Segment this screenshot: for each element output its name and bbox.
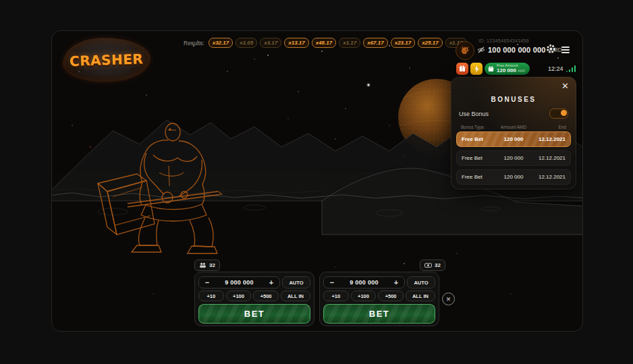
bonus-row[interactable]: Free Bet 120 000 12.12.2021 — [456, 169, 571, 185]
column-bonus-type: Bonus Type — [461, 125, 496, 129]
bonus-type: Free Bet — [462, 155, 496, 161]
result-badge: x1.05 — [236, 38, 257, 48]
bet-panel-1: − 9 000 000 + AUTO +10 +100 +500 ALL IN … — [194, 272, 314, 326]
free-amount-currency: AMD — [518, 69, 525, 73]
eye-off-icon[interactable] — [477, 47, 485, 53]
bonus-end: 12.12.2021 — [531, 174, 566, 180]
hamburger-icon — [561, 47, 570, 53]
quick-add-10-button[interactable]: +10 — [323, 291, 349, 301]
close-icon[interactable]: ✕ — [561, 82, 569, 90]
account-id: ID: 123454854343456 — [478, 38, 529, 43]
bet-amount-value[interactable]: 9 000 000 — [211, 279, 268, 286]
logo-text: CRASHER — [70, 51, 144, 69]
remove-panel-button[interactable]: ✕ — [442, 293, 455, 305]
bet-button[interactable]: BET — [198, 304, 310, 324]
bonuses-title: BONUSES — [451, 96, 576, 103]
result-badge: x67.17 — [363, 38, 387, 48]
gear-icon — [546, 44, 556, 54]
quick-add-10-button[interactable]: +10 — [198, 291, 224, 301]
all-in-button[interactable]: ALL IN — [281, 291, 310, 301]
settings-button[interactable] — [546, 44, 556, 54]
quick-add-100-button[interactable]: +100 — [351, 291, 377, 301]
result-badge: x13.17 — [284, 38, 308, 48]
bonus-amount: 120 000 — [496, 155, 530, 161]
all-in-button[interactable]: ALL IN — [406, 291, 435, 301]
bonus-type: Free Bet — [462, 136, 496, 142]
auto-button[interactable]: AUTO — [407, 276, 435, 289]
bonus-type: Free Bet — [462, 174, 496, 180]
result-badge: x1.17 — [339, 38, 360, 48]
avatar[interactable] — [456, 41, 474, 60]
balance-value: 100 000 000 000 — [488, 46, 546, 54]
bet-button[interactable]: BET — [323, 304, 435, 324]
players-icon — [199, 262, 207, 268]
bonus-row-selected[interactable]: Free Bet 120 000 12.12.2021 — [456, 131, 571, 147]
results-label: Results: — [184, 40, 204, 47]
gift-bonus-badge[interactable] — [456, 63, 468, 75]
amount-stepper: − 9 000 000 + — [323, 276, 405, 289]
free-amount-text: Free Amount 120 000 AMD — [497, 64, 525, 74]
increase-button[interactable]: + — [393, 279, 400, 286]
bonus-amount: 120 000 — [496, 174, 530, 180]
bet-amount-value[interactable]: 9 000 000 — [335, 279, 393, 286]
free-amount-value: 120 000 — [497, 68, 516, 73]
use-bonus-label: Use Bonus — [459, 111, 489, 117]
bonuses-panel: ✕ BONUSES Use Bonus Bonus Type Amount AM… — [451, 77, 576, 189]
bonus-table-header: Bonus Type Amount AMD End — [461, 125, 566, 129]
bonus-row[interactable]: Free Bet 120 000 12.12.2021 — [456, 150, 571, 166]
menu-button[interactable] — [561, 46, 570, 54]
quick-add-500-button[interactable]: +500 — [378, 291, 404, 301]
increase-button[interactable]: + — [268, 279, 275, 286]
lightning-icon — [474, 65, 480, 73]
free-amount-badge[interactable]: Free Amount 120 000 AMD — [485, 63, 530, 75]
bet-panel-2: − 9 000 000 + AUTO +10 +100 +500 ALL IN … — [319, 272, 439, 326]
players-count: 32 — [209, 262, 215, 268]
boost-badge[interactable] — [470, 63, 483, 75]
players-count-pill: 32 — [194, 260, 220, 271]
auto-button[interactable]: AUTO — [282, 276, 310, 289]
decrease-button[interactable]: − — [204, 279, 211, 286]
bonus-table: Free Bet 120 000 12.12.2021 Free Bet 120… — [456, 131, 571, 188]
money-icon — [424, 262, 432, 268]
connection-signal-icon — [566, 65, 576, 72]
quick-add-500-button[interactable]: +500 — [253, 291, 279, 301]
result-badge: x25.17 — [418, 38, 442, 48]
result-badge: x3.17 — [260, 38, 281, 48]
bonus-amount: 120 000 — [496, 136, 530, 142]
decrease-button[interactable]: − — [329, 279, 335, 286]
crasher-logo: CRASHER — [63, 38, 150, 82]
bonus-end: 12.12.2021 — [531, 136, 566, 142]
quick-add-100-button[interactable]: +100 — [226, 291, 252, 301]
column-end: End — [531, 125, 566, 129]
bonus-end: 12.12.2021 — [531, 155, 566, 161]
use-bonus-row: Use Bonus — [459, 109, 568, 119]
amount-stepper: − 9 000 000 + — [198, 276, 280, 289]
result-badge: x48.17 — [312, 38, 336, 48]
avatar-face-icon — [460, 45, 470, 56]
result-badge: x23.17 — [391, 38, 415, 48]
bets-count: 32 — [435, 262, 441, 268]
clock: 12:24 — [548, 65, 563, 72]
toggle-knob — [561, 110, 567, 116]
use-bonus-toggle[interactable] — [549, 109, 568, 119]
game-window: CRASHER Results: x32.17 x1.05 x3.17 x13.… — [51, 30, 583, 332]
gift-icon — [488, 66, 494, 72]
column-amount: Amount AMD — [496, 125, 531, 129]
result-badge: x32.17 — [209, 38, 233, 48]
gift-icon — [459, 65, 466, 72]
results-history: Results: x32.17 x1.05 x3.17 x13.17 x48.1… — [184, 38, 467, 48]
bets-count-pill: 32 — [420, 260, 445, 271]
